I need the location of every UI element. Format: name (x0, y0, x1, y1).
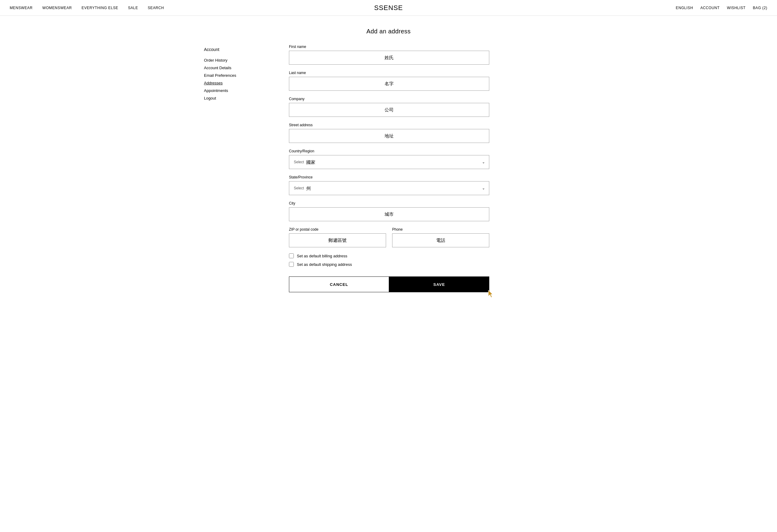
zip-input[interactable] (289, 233, 386, 247)
phone-label: Phone (392, 227, 489, 231)
nav-search[interactable]: SEARCH (148, 6, 164, 10)
nav-womenswear[interactable]: WOMENSWEAR (42, 6, 72, 10)
nav-menswear[interactable]: MENSWEAR (10, 6, 32, 10)
street-input[interactable] (289, 129, 489, 143)
country-label: Country/Region (289, 149, 489, 153)
nav-wishlist[interactable]: WISHLIST (727, 6, 746, 10)
first-name-group: First name (289, 44, 489, 65)
nav-sale[interactable]: SALE (128, 6, 138, 10)
country-select-wrapper: Select 國家 ⌄ (289, 155, 489, 169)
sidebar-item-account-details[interactable]: Account Details (204, 66, 265, 70)
page-title-row: Add an address (204, 16, 573, 44)
billing-checkbox-group: Set as default billing address (289, 253, 489, 258)
save-button[interactable]: SAVE (389, 277, 489, 292)
svg-marker-0 (488, 290, 492, 297)
zip-label: ZIP or postal code (289, 227, 386, 231)
cursor-indicator (486, 290, 495, 298)
billing-checkbox[interactable] (289, 253, 294, 258)
sidebar-item-order-history[interactable]: Order History (204, 58, 265, 63)
main-navigation: MENSWEAR WOMENSWEAR EVERYTHING ELSE SALE… (0, 0, 777, 16)
button-row: CANCEL SAVE (289, 277, 489, 292)
state-select-wrapper: Select 州 ⌄ (289, 181, 489, 195)
street-label: Street address (289, 123, 489, 127)
sidebar: Account Order History Account Details Em… (204, 44, 265, 292)
company-label: Company (289, 97, 489, 101)
save-button-label: SAVE (433, 282, 445, 287)
nav-bag[interactable]: BAG (2) (753, 6, 767, 10)
nav-everything-else[interactable]: EVERYTHING ELSE (82, 6, 118, 10)
shipping-checkbox[interactable] (289, 262, 294, 267)
first-name-input[interactable] (289, 51, 489, 65)
street-group: Street address (289, 123, 489, 143)
checkboxes-container: Set as default billing address Set as de… (289, 253, 489, 267)
sidebar-item-addresses[interactable]: Addresses (204, 81, 265, 85)
last-name-group: Last name (289, 71, 489, 91)
state-group: State/Province Select 州 ⌄ (289, 175, 489, 195)
nav-right: ENGLISH ACCOUNT WISHLIST BAG (2) (676, 6, 767, 10)
sidebar-item-appointments[interactable]: Appointments (204, 88, 265, 93)
company-input[interactable] (289, 103, 489, 117)
last-name-input[interactable] (289, 77, 489, 91)
state-label: State/Province (289, 175, 489, 179)
city-group: City (289, 201, 489, 221)
phone-group: Phone (392, 227, 489, 247)
nav-left: MENSWEAR WOMENSWEAR EVERYTHING ELSE SALE… (10, 6, 164, 10)
billing-checkbox-label[interactable]: Set as default billing address (297, 254, 347, 258)
last-name-label: Last name (289, 71, 489, 75)
site-logo[interactable]: SSENSE (374, 4, 403, 12)
country-group: Country/Region Select 國家 ⌄ (289, 149, 489, 169)
zip-group: ZIP or postal code (289, 227, 386, 247)
nav-language[interactable]: ENGLISH (676, 6, 693, 10)
company-group: Company (289, 97, 489, 117)
address-form: First name Last name Company Street addr… (289, 44, 489, 292)
content-layout: Account Order History Account Details Em… (204, 44, 573, 317)
shipping-checkbox-group: Set as default shipping address (289, 262, 489, 267)
sidebar-item-logout[interactable]: Logout (204, 96, 265, 100)
country-select[interactable]: 國家 (289, 155, 489, 169)
state-select[interactable]: 州 (289, 181, 489, 195)
sidebar-heading: Account (204, 47, 265, 52)
sidebar-nav: Order History Account Details Email Pref… (204, 58, 265, 100)
city-label: City (289, 201, 489, 205)
nav-account[interactable]: ACCOUNT (700, 6, 719, 10)
city-input[interactable] (289, 207, 489, 221)
sidebar-item-email-preferences[interactable]: Email Preferences (204, 73, 265, 78)
zip-phone-row: ZIP or postal code Phone (289, 227, 489, 253)
page-title: Add an address (204, 28, 573, 35)
shipping-checkbox-label[interactable]: Set as default shipping address (297, 262, 352, 267)
phone-input[interactable] (392, 233, 489, 247)
first-name-label: First name (289, 44, 489, 49)
cancel-button[interactable]: CANCEL (289, 277, 389, 292)
